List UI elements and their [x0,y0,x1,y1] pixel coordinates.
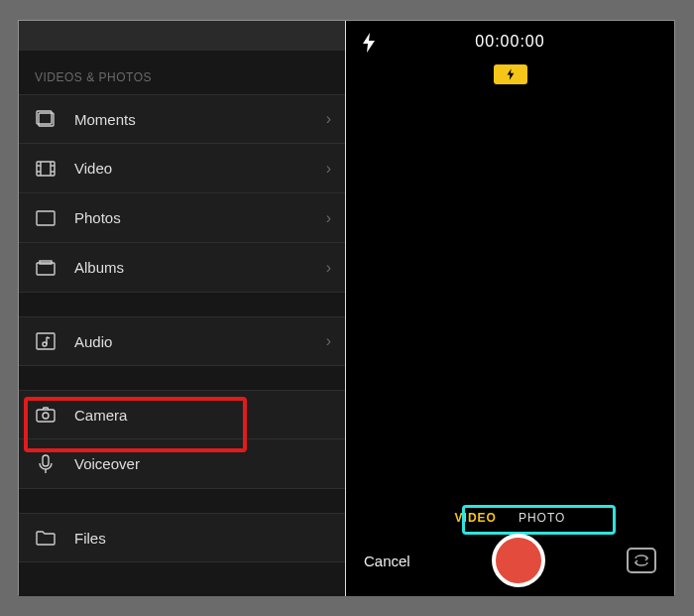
video-icon [35,158,57,180]
row-voiceover[interactable]: Voiceover [19,439,345,489]
row-label: Moments [74,111,326,128]
svg-point-13 [43,342,47,346]
panel-header-bar [19,21,345,51]
svg-rect-9 [37,211,55,225]
folder-icon [35,527,57,549]
row-photos[interactable]: Photos › [19,193,345,243]
photos-icon [35,207,57,229]
section-gap [19,366,345,390]
row-label: Files [74,530,331,547]
row-label: Video [74,160,326,177]
svg-point-15 [43,413,49,419]
moments-icon [35,108,57,130]
camera-icon [35,404,57,426]
camera-bottom-bar: Cancel [346,525,674,596]
mode-photo[interactable]: PHOTO [519,511,565,525]
svg-rect-12 [37,333,55,349]
chevron-right-icon: › [326,259,331,277]
section-gap [19,489,345,513]
row-label: Voiceover [74,455,331,472]
audio-icon [35,330,57,352]
row-label: Photos [74,209,326,226]
switch-camera-button[interactable] [627,548,656,573]
svg-rect-10 [37,263,55,275]
microphone-icon [35,453,57,475]
flash-on-badge [494,64,527,84]
app-frame: VIDEOS & PHOTOS Moments › Video › Photos… [18,20,675,595]
row-moments[interactable]: Moments › [19,94,345,144]
camera-viewfinder: 00:00:00 VIDEO PHOTO Cancel [346,21,674,596]
row-label: Albums [74,259,326,276]
recording-timer: 00:00:00 [475,33,544,51]
record-button[interactable] [492,534,545,587]
media-source-panel: VIDEOS & PHOTOS Moments › Video › Photos… [19,21,346,596]
row-video[interactable]: Video › [19,144,345,193]
svg-rect-2 [37,162,55,176]
capture-mode-selector[interactable]: VIDEO PHOTO [455,511,566,525]
row-files[interactable]: Files [19,513,345,562]
svg-rect-14 [37,410,55,422]
section-gap [19,293,345,316]
camera-top-bar: 00:00:00 [346,33,674,51]
chevron-right-icon: › [326,332,331,350]
chevron-right-icon: › [326,110,331,128]
flash-toggle-icon[interactable] [362,33,376,53]
row-albums[interactable]: Albums › [19,243,345,293]
chevron-right-icon: › [326,209,331,227]
row-label: Camera [74,407,331,424]
section-label-videos-photos: VIDEOS & PHOTOS [19,51,345,94]
mode-video[interactable]: VIDEO [455,511,497,525]
row-label: Audio [74,333,326,350]
row-camera[interactable]: Camera [19,390,345,439]
albums-icon [35,257,57,279]
svg-rect-16 [43,455,49,466]
cancel-button[interactable]: Cancel [364,553,410,569]
row-audio[interactable]: Audio › [19,316,345,366]
chevron-right-icon: › [326,160,331,178]
